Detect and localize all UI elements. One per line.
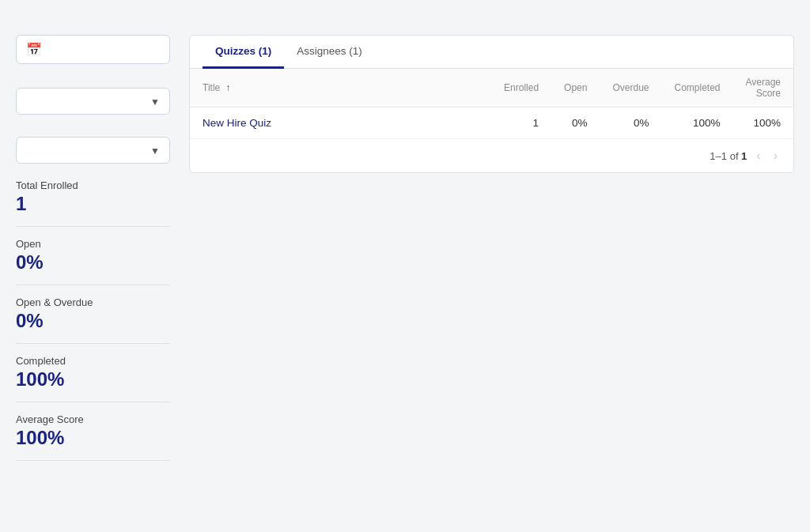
stat-label: Open (16, 238, 170, 250)
content-area: Quizzes (1)Assignees (1) Title ↑Enrolled… (189, 35, 794, 173)
stat-item: Open 0% (16, 227, 170, 285)
stat-item: Total Enrolled 1 (16, 179, 170, 227)
table-row: New Hire Quiz10%0%100%100% (190, 108, 793, 139)
quizzes-table: Title ↑EnrolledOpenOverdueCompletedAvera… (190, 69, 793, 139)
table-header-row: Title ↑EnrolledOpenOverdueCompletedAvera… (190, 69, 793, 108)
stat-label: Total Enrolled (16, 179, 170, 191)
main-layout: 📅 ▼ ▼ Total Enrolled (16, 35, 794, 513)
tabs-bar: Quizzes (1)Assignees (1) (190, 36, 793, 69)
stat-value: 100% (16, 368, 170, 391)
calendar-icon: 📅 (26, 42, 42, 57)
stats-section: Total Enrolled 1 Open 0% Open & Overdue … (16, 179, 170, 461)
stat-label: Open & Overdue (16, 296, 170, 308)
assignee-group-select-group: ▼ (16, 75, 170, 115)
chevron-down-icon: ▼ (150, 96, 160, 108)
sender-select-group: ▼ (16, 124, 170, 164)
stat-label: Completed (16, 355, 170, 367)
stat-item: Average Score 100% (16, 402, 170, 461)
pagination-next-button[interactable]: › (770, 147, 781, 164)
chevron-down-icon-2: ▼ (150, 145, 160, 157)
sidebar: 📅 ▼ ▼ Total Enrolled (16, 35, 170, 513)
page-wrapper: 📅 ▼ ▼ Total Enrolled (0, 0, 810, 532)
stat-value: 0% (16, 310, 170, 332)
cell-title[interactable]: New Hire Quiz (190, 108, 491, 139)
tab-1[interactable]: Assignees (1) (284, 36, 375, 69)
pagination-range: 1–1 of 1 (710, 150, 747, 162)
stat-value: 0% (16, 251, 170, 274)
pagination-prev-button[interactable]: ‹ (753, 147, 763, 164)
stat-label: Average Score (16, 413, 170, 425)
col-header-average-score: Average Score (733, 69, 793, 108)
stat-value: 1 (16, 193, 170, 215)
tab-0[interactable]: Quizzes (1) (202, 36, 284, 69)
col-header-overdue: Overdue (600, 69, 661, 108)
stat-item: Open & Overdue 0% (16, 285, 170, 344)
sender-select[interactable]: ▼ (16, 137, 170, 164)
cell-open: 0% (551, 108, 600, 139)
cell-average-score: 100% (733, 108, 793, 139)
stat-value: 100% (16, 427, 170, 449)
col-header-enrolled: Enrolled (491, 69, 551, 108)
col-header-completed: Completed (661, 69, 732, 108)
col-header-open: Open (551, 69, 600, 108)
date-picker-button[interactable]: 📅 (16, 35, 170, 64)
sort-icon: ↑ (226, 82, 231, 93)
table-header: Title ↑EnrolledOpenOverdueCompletedAvera… (190, 69, 793, 108)
cell-completed: 100% (661, 108, 732, 139)
cell-overdue: 0% (600, 108, 661, 139)
assignee-group-select[interactable]: ▼ (16, 88, 170, 115)
table-body: New Hire Quiz10%0%100%100% (190, 108, 793, 139)
table-container: Title ↑EnrolledOpenOverdueCompletedAvera… (190, 69, 793, 172)
cell-enrolled: 1 (491, 108, 551, 139)
title-col-label: Title (202, 82, 220, 93)
stat-item: Completed 100% (16, 344, 170, 402)
col-header-title[interactable]: Title ↑ (190, 69, 491, 108)
pagination-row: 1–1 of 1 ‹ › (190, 139, 793, 172)
